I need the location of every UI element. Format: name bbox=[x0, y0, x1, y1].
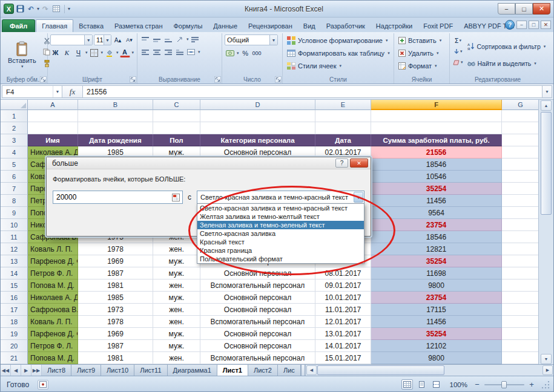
ribbon-tab-9[interactable]: Разработчик bbox=[321, 20, 371, 32]
scroll-down-icon[interactable]: ▼ bbox=[541, 354, 552, 364]
cell-E18[interactable]: 12.01.2017 bbox=[315, 316, 371, 328]
macro-record-button[interactable] bbox=[38, 380, 48, 390]
format-option-2[interactable]: Желтая заливка и темно-желтый текст bbox=[197, 212, 364, 221]
column-header-C[interactable]: C bbox=[153, 100, 200, 110]
scroll-right-icon[interactable]: ▶ bbox=[542, 365, 553, 375]
cell-D17[interactable]: Основной персонал bbox=[200, 304, 315, 316]
cell-G10[interactable] bbox=[502, 219, 539, 231]
cell-D18[interactable]: Вспомогательный персонал bbox=[200, 316, 315, 328]
cell-D20[interactable]: Основной персонал bbox=[200, 340, 315, 352]
decrease-font-button[interactable]: А▾ bbox=[124, 35, 134, 45]
cell-C20[interactable]: муж. bbox=[153, 340, 200, 352]
cell-F3[interactable]: Сумма заработной платы, руб. bbox=[371, 134, 502, 146]
save-button[interactable] bbox=[15, 4, 25, 15]
cell-F9[interactable]: 9564 bbox=[371, 207, 502, 219]
cell-F7[interactable]: 35254 bbox=[371, 183, 502, 195]
increase-font-button[interactable]: А▴ bbox=[113, 35, 123, 45]
cell-G17[interactable] bbox=[502, 304, 539, 316]
cell-G12[interactable] bbox=[502, 243, 539, 255]
column-header-F[interactable]: F bbox=[371, 100, 502, 110]
font-size-combo[interactable]: 11▼ bbox=[94, 34, 111, 45]
orientation-caret-icon[interactable]: ▾ bbox=[186, 37, 189, 42]
format-option-6[interactable]: Красная граница bbox=[197, 246, 364, 255]
cell-A21[interactable]: Попова М. Д. bbox=[28, 352, 78, 364]
cell-B2[interactable] bbox=[78, 122, 153, 134]
ribbon-tab-11[interactable]: Foxit PDF bbox=[418, 20, 458, 32]
workbook-restore-button[interactable]: □ bbox=[529, 21, 539, 29]
dialog-close-button[interactable]: ✕ bbox=[350, 158, 368, 168]
sheet-tab-2[interactable]: Лист9 bbox=[71, 365, 101, 376]
redo-button[interactable]: ↷ bbox=[41, 4, 50, 15]
cell-A17[interactable]: Сафронова В. М. bbox=[28, 304, 78, 316]
cell-F15[interactable]: 9800 bbox=[371, 279, 502, 292]
cell-G6[interactable] bbox=[502, 171, 539, 183]
row-header-21[interactable]: 21 bbox=[1, 352, 28, 364]
name-box-caret-icon[interactable]: ▼ bbox=[53, 86, 62, 97]
column-header-D[interactable]: D bbox=[200, 100, 315, 110]
row-header-4[interactable]: 4 bbox=[1, 146, 28, 158]
column-header-G[interactable]: G bbox=[502, 100, 539, 110]
cell-E19[interactable]: 13.01.2017 bbox=[315, 328, 371, 340]
cell-G5[interactable] bbox=[502, 158, 539, 171]
row-header-13[interactable]: 13 bbox=[1, 255, 28, 267]
cell-G15[interactable] bbox=[502, 279, 539, 292]
resize-grip[interactable] bbox=[541, 381, 550, 389]
view-page-break-button[interactable] bbox=[430, 379, 442, 390]
fill-button[interactable]: ▾ bbox=[452, 47, 464, 56]
italic-button[interactable]: К bbox=[62, 48, 72, 57]
row-header-3[interactable]: 3 bbox=[1, 134, 28, 146]
row-header-15[interactable]: 15 bbox=[1, 279, 28, 292]
paste-button[interactable]: Вставить ▾ bbox=[4, 34, 40, 75]
next-sheet-button[interactable]: ▶ bbox=[21, 365, 31, 376]
cell-B20[interactable]: 1987 bbox=[78, 340, 153, 352]
ribbon-tab-8[interactable]: Вид bbox=[298, 20, 321, 32]
last-sheet-button[interactable]: ▶▶ bbox=[31, 365, 42, 376]
format-dropdown-arrow-icon[interactable]: ▼ bbox=[354, 192, 363, 203]
sheet-tab-6[interactable]: Лист1 bbox=[217, 365, 248, 376]
align-center-icon[interactable] bbox=[151, 47, 162, 57]
cell-G20[interactable] bbox=[502, 340, 539, 352]
excel-app-icon[interactable]: X bbox=[4, 4, 14, 14]
horizontal-scroll-thumb[interactable] bbox=[317, 365, 444, 375]
cell-E17[interactable]: 11.01.2017 bbox=[315, 304, 371, 316]
number-dialog-launcher[interactable] bbox=[275, 76, 282, 83]
cell-A15[interactable]: Попова М. Д. bbox=[28, 279, 78, 292]
format-option-1[interactable]: Светло-красная заливка и темно-красный т… bbox=[197, 204, 364, 212]
row-header-8[interactable]: 8 bbox=[1, 195, 28, 207]
number-format-combo[interactable]: Общий▼ bbox=[225, 34, 278, 45]
delete-cells-button[interactable]: Удалить▾ bbox=[397, 47, 447, 59]
percent-style-button[interactable]: % bbox=[240, 48, 251, 58]
cell-F6[interactable]: 10546 bbox=[371, 171, 502, 183]
format-dropdown[interactable]: Светло-красная заливка и темно-красный т… bbox=[197, 191, 364, 204]
minimize-ribbon-button[interactable]: ⌃ bbox=[495, 22, 503, 28]
cell-B14[interactable]: 1987 bbox=[78, 267, 153, 279]
cell-G11[interactable] bbox=[502, 231, 539, 243]
cell-C1[interactable] bbox=[153, 110, 200, 122]
ribbon-tab-2[interactable]: Главная bbox=[36, 19, 73, 32]
cell-G1[interactable] bbox=[502, 110, 539, 122]
currency-caret-icon[interactable]: ▾ bbox=[237, 51, 239, 56]
format-option-4[interactable]: Светло-красная заливка bbox=[197, 229, 364, 238]
insert-cells-button[interactable]: Вставить▾ bbox=[397, 34, 447, 47]
cell-A3[interactable]: Имя bbox=[28, 134, 78, 146]
cell-G21[interactable] bbox=[502, 352, 539, 364]
cell-C21[interactable]: жен. bbox=[153, 352, 200, 364]
cell-B15[interactable]: 1981 bbox=[78, 279, 153, 292]
zoom-slider[interactable] bbox=[484, 380, 524, 390]
cell-F1[interactable] bbox=[371, 110, 502, 122]
font-dialog-launcher[interactable] bbox=[130, 76, 136, 83]
sheet-tab-4[interactable]: Лист11 bbox=[134, 365, 167, 376]
undo-button[interactable]: ↶ bbox=[26, 4, 36, 15]
align-bottom-icon[interactable] bbox=[163, 34, 173, 44]
cell-styles-button[interactable]: Стили ячеек▾ bbox=[285, 60, 391, 72]
cell-G4[interactable] bbox=[502, 146, 539, 158]
cell-F5[interactable]: 18546 bbox=[371, 158, 502, 171]
format-option-5[interactable]: Красный текст bbox=[197, 238, 364, 246]
cell-E2[interactable] bbox=[315, 122, 371, 134]
cell-E3[interactable]: Дата bbox=[315, 134, 371, 146]
zoom-in-button[interactable]: + bbox=[527, 380, 536, 389]
cell-C13[interactable]: муж. bbox=[153, 255, 200, 267]
vertical-scrollbar[interactable]: ▲ ▼ bbox=[538, 100, 553, 364]
cell-F21[interactable]: 9800 bbox=[371, 352, 502, 364]
scroll-left-icon[interactable]: ◀ bbox=[306, 365, 317, 375]
